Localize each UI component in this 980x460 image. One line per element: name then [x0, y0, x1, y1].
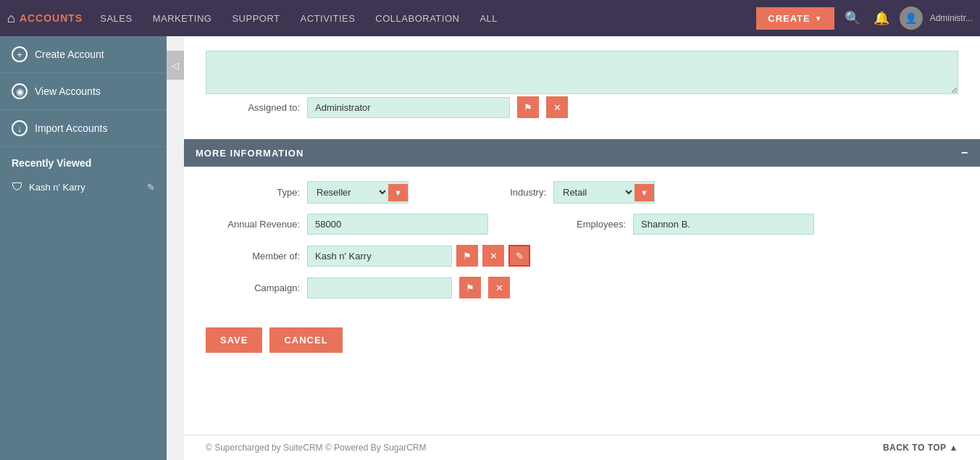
- avatar[interactable]: 👤: [900, 7, 923, 30]
- top-navigation: ⌂ ACCOUNTS SALES MARKETING SUPPORT ACTIV…: [0, 0, 980, 36]
- annual-revenue-label: Annual Revenue:: [206, 219, 300, 230]
- cancel-button[interactable]: CANCEL: [269, 327, 342, 353]
- plus-icon: +: [12, 46, 28, 62]
- shield-icon: 🛡: [12, 180, 23, 193]
- content-inner: Assigned to: ⚑ ✕ MORE INFORMATION − Type…: [184, 36, 980, 435]
- main-layout: + Create Account ◉ View Accounts ↓ Impor…: [0, 36, 980, 460]
- assigned-to-row: Assigned to: ⚑ ✕: [206, 96, 958, 118]
- assigned-to-input[interactable]: [307, 97, 510, 118]
- industry-label: Industry:: [452, 187, 546, 198]
- industry-select-container[interactable]: Retail Technology Finance Healthcare ▼: [553, 181, 655, 204]
- sidebar: + Create Account ◉ View Accounts ↓ Impor…: [0, 36, 167, 460]
- industry-dropdown-arrow: ▼: [635, 184, 654, 201]
- member-of-label: Member of:: [206, 251, 300, 262]
- assigned-to-select-button[interactable]: ⚑: [517, 96, 539, 118]
- employees-input[interactable]: [633, 214, 814, 235]
- industry-select[interactable]: Retail Technology Finance Healthcare: [554, 182, 635, 203]
- member-of-row: Member of: ⚑ ✕ ✎: [206, 245, 958, 267]
- create-button[interactable]: CREATE ▼: [756, 7, 834, 30]
- chevron-up-icon: ▲: [950, 443, 958, 453]
- collapse-icon[interactable]: −: [961, 146, 968, 159]
- campaign-input[interactable]: [307, 277, 452, 298]
- type-label: Type:: [206, 187, 300, 198]
- employees-label: Employees:: [532, 219, 626, 230]
- sidebar-toggle[interactable]: ◁: [167, 51, 184, 80]
- sidebar-import-label: Import Accounts: [35, 122, 107, 134]
- sidebar-recent-item-kash[interactable]: 🛡 Kash n' Karry ✎: [0, 173, 167, 201]
- member-of-clear-button[interactable]: ✕: [482, 245, 504, 267]
- home-icon[interactable]: ⌂: [7, 11, 15, 26]
- sidebar-item-view-accounts[interactable]: ◉ View Accounts: [0, 73, 167, 110]
- back-to-top-label: BACK TO TOP: [883, 443, 947, 453]
- form-footer: SAVE CANCEL: [206, 313, 958, 360]
- nav-logo[interactable]: ⌂ ACCOUNTS: [7, 11, 83, 26]
- annual-revenue-input[interactable]: [307, 214, 488, 235]
- description-textarea[interactable]: [206, 51, 958, 94]
- nav-item-all[interactable]: ALL: [469, 0, 508, 36]
- type-select[interactable]: Reseller Partner Customer Other: [308, 182, 388, 203]
- sidebar-view-label: View Accounts: [35, 85, 101, 97]
- sidebar-create-label: Create Account: [35, 49, 104, 60]
- powered-by-text: © Supercharged by SuiteCRM © Powered By …: [206, 443, 426, 453]
- assigned-to-clear-button[interactable]: ✕: [546, 96, 568, 118]
- recently-viewed-label: Recently Viewed: [12, 157, 91, 169]
- nav-item-support[interactable]: SUPPORT: [222, 0, 290, 36]
- nav-item-activities[interactable]: ACTIVITIES: [290, 0, 366, 36]
- nav-item-collaboration[interactable]: COLLABORATION: [365, 0, 469, 36]
- member-of-select-button[interactable]: ⚑: [456, 245, 478, 267]
- campaign-select-button[interactable]: ⚑: [459, 277, 481, 298]
- recently-viewed-section: Recently Viewed: [0, 147, 167, 173]
- assigned-to-label: Assigned to:: [206, 102, 300, 113]
- create-dropdown-arrow: ▼: [815, 14, 823, 22]
- nav-right: CREATE ▼ 🔍 🔔 👤 Administr...: [756, 7, 973, 30]
- edit-icon[interactable]: ✎: [147, 182, 155, 193]
- sidebar-item-create-account[interactable]: + Create Account: [0, 36, 167, 73]
- page-footer: © Supercharged by SuiteCRM © Powered By …: [184, 435, 980, 460]
- type-industry-row: Type: Reseller Partner Customer Other ▼ …: [206, 181, 958, 204]
- member-of-edit-button[interactable]: ✎: [508, 245, 530, 267]
- recent-item-label: Kash n' Karry: [29, 182, 85, 193]
- campaign-row: Campaign: ⚑ ✕: [206, 277, 958, 298]
- member-of-input[interactable]: [307, 246, 452, 267]
- nav-item-marketing[interactable]: MARKETING: [143, 0, 222, 36]
- nav-items: SALES MARKETING SUPPORT ACTIVITIES COLLA…: [90, 0, 756, 36]
- back-to-top-button[interactable]: BACK TO TOP ▲: [883, 443, 958, 453]
- nav-item-sales[interactable]: SALES: [90, 0, 142, 36]
- admin-label: Administr...: [930, 13, 973, 23]
- campaign-clear-button[interactable]: ✕: [488, 277, 510, 298]
- main-content: Assigned to: ⚑ ✕ MORE INFORMATION − Type…: [184, 36, 980, 460]
- member-of-controls: ⚑ ✕ ✎: [307, 245, 530, 267]
- campaign-label: Campaign:: [206, 283, 300, 293]
- more-information-label: MORE INFORMATION: [196, 148, 303, 159]
- download-icon: ↓: [12, 120, 28, 136]
- search-icon[interactable]: 🔍: [842, 7, 863, 29]
- save-button[interactable]: SAVE: [206, 327, 262, 353]
- notification-icon[interactable]: 🔔: [871, 7, 892, 29]
- type-dropdown-arrow: ▼: [388, 184, 408, 201]
- create-label: CREATE: [768, 13, 810, 24]
- assigned-section: Assigned to: ⚑ ✕: [206, 36, 958, 139]
- eye-icon: ◉: [12, 83, 28, 99]
- more-information-header: MORE INFORMATION −: [184, 139, 980, 167]
- sidebar-item-import-accounts[interactable]: ↓ Import Accounts: [0, 110, 167, 147]
- type-select-container[interactable]: Reseller Partner Customer Other ▼: [307, 181, 409, 204]
- nav-brand[interactable]: ACCOUNTS: [20, 12, 83, 24]
